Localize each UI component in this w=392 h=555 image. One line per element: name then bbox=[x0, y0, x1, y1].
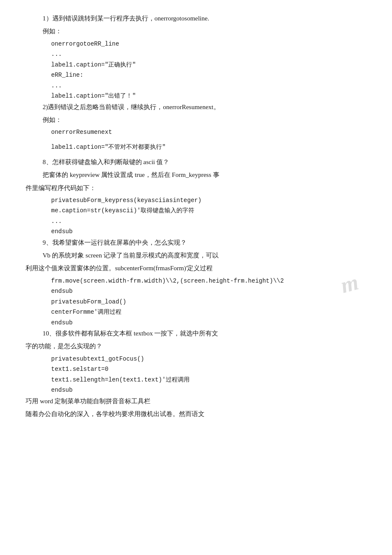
text-line: ... bbox=[26, 216, 366, 227]
text-line: endsub bbox=[26, 226, 366, 237]
text-line: frm.move(screen.width-frm.width)\\2,(scr… bbox=[26, 276, 366, 286]
text-line: ... bbox=[26, 81, 366, 91]
text-line: 例如： bbox=[26, 26, 366, 37]
text-line: Vb 的系统对象 screen 记录了当前显示模式的高度和宽度，可以 bbox=[26, 250, 366, 261]
text-line: privatesubForm_keypress(keyasciiasintege… bbox=[26, 195, 366, 206]
text-line: centerFormme'调用过程 bbox=[26, 307, 366, 318]
text-line: 例如： bbox=[26, 114, 366, 125]
text-line: 10、很多软件都有鼠标在文本框 textbox 一按下，就选中所有文 bbox=[26, 328, 366, 339]
text-line: 字的功能，是怎么实现的？ bbox=[26, 341, 366, 352]
text-line: endsub bbox=[26, 286, 366, 297]
text-line: 件里编写程序代码如下： bbox=[26, 182, 366, 194]
text-line: onerrorgotoeRR_line bbox=[26, 39, 366, 49]
text-line: eRR_line: bbox=[26, 70, 366, 81]
text-line: 巧用 word 定制菜单功能自制拼音音标工具栏 bbox=[26, 396, 366, 407]
text-line: privatesubForm_load() bbox=[26, 297, 366, 307]
text-line: text1.sellength=len(text1.text)'过程调用 bbox=[26, 375, 366, 385]
text-line: label1.caption="出错了！" bbox=[26, 91, 366, 101]
text-line: 8、怎样获得键盘输入和判断敲键的 ascii 值？ bbox=[26, 156, 366, 168]
text-line: onerrorResumenext bbox=[26, 127, 366, 138]
text-line: text1.selstart=0 bbox=[26, 364, 366, 375]
text-line: privatesubtext1_gotFocus() bbox=[26, 354, 366, 364]
text-line: 2)遇到错误之后忽略当前错误，继续执行，onerrorResumenext。 bbox=[26, 101, 366, 113]
text-line: ... bbox=[26, 49, 366, 60]
text-line: 利用这个值来设置窗体的位置。subcenterForm(frmasForm)'定… bbox=[26, 263, 366, 274]
text-line: label1.caption="正确执行" bbox=[26, 60, 366, 70]
text-line: label1.caption="不管对不对都要执行" bbox=[26, 142, 366, 153]
text-line: endsub bbox=[26, 318, 366, 328]
text-line: endsub bbox=[26, 385, 366, 396]
text-line: me.caption=str(keyascii)'取得键盘输入的字符 bbox=[26, 205, 366, 216]
blank-line bbox=[26, 138, 366, 142]
text-line: 把窗体的 keypreview 属性设置成 true，然后在 Form_keyp… bbox=[26, 169, 366, 180]
text-line: 1）遇到错误跳转到某一行程序去执行，onerrorgotosomeline. bbox=[26, 13, 366, 24]
text-line: 9、我希望窗体一运行就在屏幕的中央，怎么实现？ bbox=[26, 237, 366, 248]
text-line: 随着办公自动化的深入，各学校均要求用微机出试卷。然而语文 bbox=[26, 408, 366, 419]
main-content: m 1）遇到错误跳转到某一行程序去执行，onerrorgotosomeline.… bbox=[26, 13, 366, 419]
blank-line bbox=[26, 152, 366, 156]
